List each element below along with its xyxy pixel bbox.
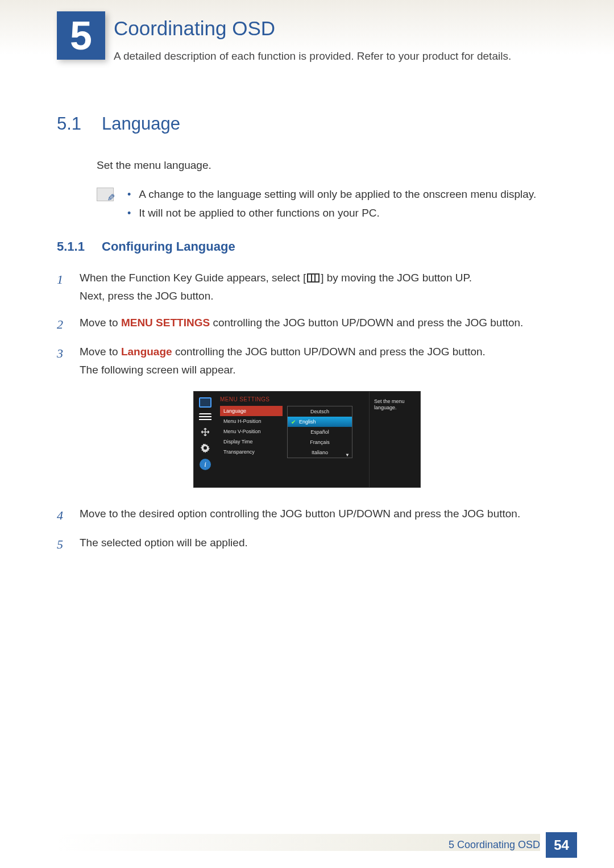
osd-main: MENU SETTINGS Language Menu H-Position M… (217, 392, 369, 487)
menu-lines-icon (199, 413, 211, 421)
osd-menu-item: Menu H-Position (220, 416, 283, 426)
note-block: A change to the language setting will on… (97, 185, 557, 222)
osd-language-option: Deutsch (288, 406, 352, 417)
section-5-1-heading: 5.1 Language (57, 114, 557, 134)
menu-icon (307, 273, 320, 283)
chevron-down-icon: ▼ (345, 452, 350, 458)
footer-page-number: 54 (546, 832, 577, 858)
osd-heading: MENU SETTINGS (220, 396, 366, 402)
page-header: Coordinating OSD A detailed description … (114, 17, 557, 63)
footer-chapter-ref: 5 Coordinating OSD (449, 839, 540, 851)
osd-menu-item: Language (220, 406, 283, 416)
section-number: 5.1 (57, 114, 88, 134)
osd-screenshot: i MENU SETTINGS Language Menu H-Position… (57, 391, 557, 488)
step-2: 2 Move to MENU SETTINGS controlling the … (57, 314, 557, 335)
osd-language-option-selected: English (288, 417, 352, 427)
chapter-subtitle: A detailed description of each function … (114, 50, 557, 63)
steps-list: 1 When the Function Key Guide appears, s… (57, 269, 557, 380)
step-4: 4 Move to the desired option controlling… (57, 505, 557, 526)
note-item: A change to the language setting will on… (127, 185, 536, 203)
note-item: It will not be applied to other function… (127, 204, 536, 222)
note-list: A change to the language setting will on… (127, 185, 536, 222)
move-arrows-icon (199, 427, 211, 437)
osd-language-option: Español (288, 427, 352, 437)
step-5: 5 The selected option will be applied. (57, 534, 557, 555)
steps-list-continued: 4 Move to the desired option controlling… (57, 505, 557, 555)
gear-icon (199, 443, 211, 453)
osd-sidebar: i (194, 392, 217, 487)
step-3: 3 Move to Language controlling the JOG b… (57, 343, 557, 380)
osd-language-list: Deutsch English Español Français Italian… (287, 406, 352, 458)
osd-language-option: Italiano (288, 447, 352, 458)
section-lead: Set the menu language. (97, 157, 557, 174)
step-1: 1 When the Function Key Guide appears, s… (57, 269, 557, 306)
subsection-title: Configuring Language (102, 239, 235, 254)
osd-menu-list: Language Menu H-Position Menu V-Position… (220, 406, 283, 457)
chapter-title: Coordinating OSD (114, 17, 557, 40)
osd-menu-item: Transparency (220, 447, 283, 457)
osd-menu-item: Menu V-Position (220, 426, 283, 437)
main-content: 5.1 Language Set the menu language. A ch… (57, 102, 557, 563)
subsection-number: 5.1.1 (57, 239, 88, 254)
osd-menu-item: Display Time (220, 437, 283, 447)
osd-help-panel: Set the menu language. (369, 392, 420, 487)
section-title: Language (102, 114, 180, 134)
osd-panel: i MENU SETTINGS Language Menu H-Position… (193, 391, 421, 488)
subsection-heading: 5.1.1 Configuring Language (57, 239, 557, 254)
info-icon: i (200, 459, 211, 470)
monitor-icon (199, 397, 211, 408)
chapter-number-badge: 5 (57, 11, 105, 60)
svg-point-1 (204, 446, 207, 450)
note-icon (97, 188, 114, 201)
osd-language-option: Français (288, 437, 352, 447)
